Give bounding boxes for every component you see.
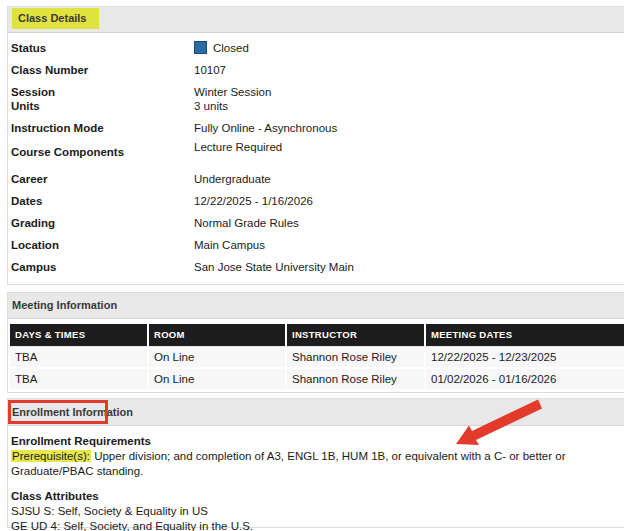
class-attributes-heading: Class Attributes [11, 489, 624, 504]
column-header-meeting-dates: MEETING DATES [425, 324, 624, 347]
prerequisite-line: Prerequisite(s): Upper division; and com… [11, 449, 624, 479]
field-row-campus: Campus San Jose State University Main [11, 260, 624, 274]
field-row-units: Units 3 units [11, 99, 624, 113]
field-label: Units [11, 99, 194, 113]
column-header-room: ROOM [148, 324, 286, 347]
meeting-information-title: Meeting Information [12, 299, 117, 311]
cell-meeting-dates: 12/22/2025 - 12/23/2025 [425, 347, 624, 369]
prerequisite-text: Upper division; and completion of A3, EN… [11, 450, 565, 477]
field-row-career: Career Undergraduate [11, 172, 624, 186]
column-header-days-times: DAYS & TIMES [10, 324, 148, 347]
field-label: Dates [11, 194, 194, 208]
enrollment-information-title: Enrollment Information [12, 406, 133, 418]
meeting-information-section: Meeting Information DAYS & TIMES ROOM IN… [7, 292, 624, 393]
cell-meeting-dates: 01/02/2026 - 01/16/2026 [425, 368, 624, 390]
cell-room: On Line [148, 368, 286, 390]
field-value: Winter Session [194, 85, 624, 99]
field-value: Fully Online - Asynchronous [194, 121, 624, 135]
enrollment-information-header-bar: Enrollment Information [8, 399, 624, 426]
field-row-grading: Grading Normal Grade Rules [11, 216, 624, 230]
field-label: Status [11, 41, 194, 55]
field-label: Grading [11, 216, 194, 230]
column-header-instructor: INSTRUCTOR [286, 324, 425, 347]
cell-room: On Line [148, 347, 286, 369]
field-row-location: Location Main Campus [11, 238, 624, 252]
field-row-dates: Dates 12/22/2025 - 1/16/2026 [11, 194, 624, 208]
table-row: TBA On Line Shannon Rose Riley 12/22/202… [10, 347, 624, 369]
field-row-class-number: Class Number 10107 [11, 63, 624, 77]
class-details-section: Class Details Status Closed Class Number… [7, 6, 624, 285]
field-value: Lecture Required [194, 140, 624, 154]
cell-days-times: TBA [10, 347, 148, 369]
field-value: 3 units [194, 99, 624, 113]
class-details-header-bar: Class Details [8, 7, 624, 33]
class-details-title-highlight: Class Details [12, 8, 99, 29]
status-value: Closed [194, 41, 624, 55]
meeting-information-header-bar: Meeting Information [8, 293, 624, 319]
closed-status-square-icon [194, 41, 207, 54]
meeting-table: DAYS & TIMES ROOM INSTRUCTOR MEETING DAT… [10, 324, 624, 391]
field-label: Session [11, 85, 194, 99]
class-attribute-item: SJSU S: Self, Society & Equality in US [11, 504, 624, 519]
field-row-session: Session Winter Session [11, 85, 624, 99]
field-value: 12/22/2025 - 1/16/2026 [194, 194, 624, 208]
field-row-instruction-mode: Instruction Mode Fully Online - Asynchro… [11, 121, 624, 135]
class-attribute-item: GE UD 4: Self, Society, and Equality in … [11, 519, 624, 531]
field-label: Career [11, 172, 194, 186]
field-label: Class Number [11, 63, 194, 77]
field-row-course-components: Course Components Lecture Required [11, 145, 624, 159]
field-label: Course Components [11, 145, 194, 159]
field-label: Instruction Mode [11, 121, 194, 135]
field-value: 10107 [194, 63, 624, 77]
cell-instructor: Shannon Rose Riley [286, 368, 425, 390]
class-details-fields: Status Closed Class Number 10107 Session… [8, 33, 624, 274]
field-label: Location [11, 238, 194, 252]
field-value: San Jose State University Main [194, 260, 624, 274]
field-value: Normal Grade Rules [194, 216, 624, 230]
cell-days-times: TBA [10, 368, 148, 390]
field-row-status: Status Closed [11, 41, 624, 55]
prerequisite-label-highlight: Prerequisite(s): [11, 450, 91, 462]
field-value: Undergraduate [194, 172, 624, 186]
enrollment-information-section: Enrollment Information Enrollment Requir… [7, 398, 624, 528]
field-value: Main Campus [194, 238, 624, 252]
class-details-title: Class Details [18, 12, 86, 24]
field-label: Campus [11, 260, 194, 274]
enrollment-body: Enrollment Requirements Prerequisite(s):… [8, 426, 624, 531]
table-row: TBA On Line Shannon Rose Riley 01/02/202… [10, 368, 624, 390]
status-text: Closed [213, 42, 249, 54]
cell-instructor: Shannon Rose Riley [286, 347, 425, 369]
enrollment-requirements-heading: Enrollment Requirements [11, 434, 624, 449]
meeting-table-header-row: DAYS & TIMES ROOM INSTRUCTOR MEETING DAT… [10, 324, 624, 347]
